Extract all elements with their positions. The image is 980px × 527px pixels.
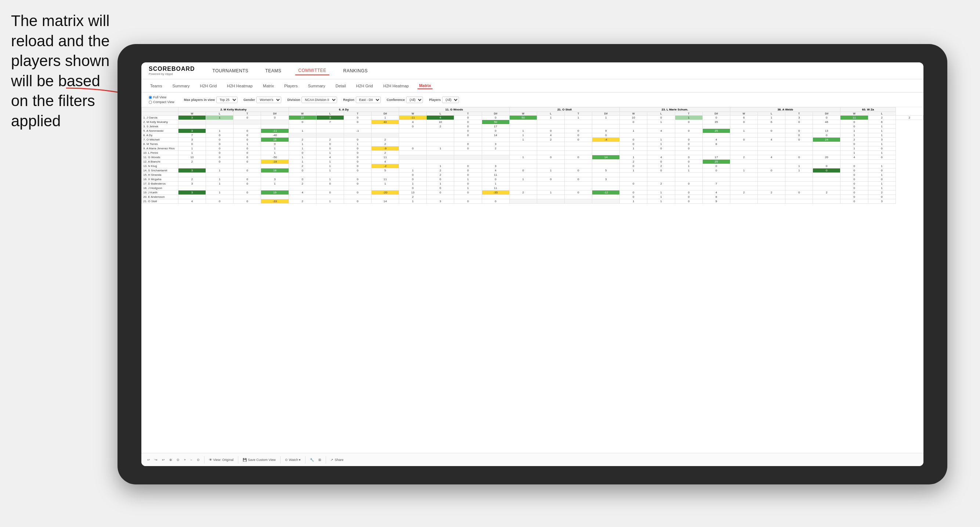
- player-name: 2. M Kelly Mulcahy: [142, 120, 178, 124]
- subnav-matrix2[interactable]: Matrix: [417, 83, 432, 89]
- subnav-h2h-grid2[interactable]: H2H Grid: [355, 83, 374, 89]
- share-label: Share: [334, 458, 343, 462]
- nav-teams[interactable]: TEAMS: [262, 67, 285, 75]
- conference-select[interactable]: (All): [406, 97, 423, 103]
- logo-area: SCOREBOARD Powered by clippd: [149, 66, 195, 76]
- grid-button[interactable]: ⊞: [318, 458, 321, 462]
- subnav-h2h-grid[interactable]: H2H Grid: [198, 83, 218, 89]
- logo-sub: Powered by clippd: [149, 72, 195, 76]
- sh-d3: Dif: [482, 112, 509, 116]
- save-custom-view-button[interactable]: 💾 Save Custom View: [243, 458, 276, 462]
- table-row: 18. J Hodgson 00111 01: [142, 186, 923, 190]
- player-name: 8. M Torres: [142, 142, 178, 146]
- view-original-button[interactable]: 👁 View: Original: [209, 458, 234, 462]
- sh-w7: W: [840, 112, 868, 116]
- sh-w2: W: [289, 112, 316, 116]
- zoom-out-button[interactable]: ⊙: [177, 458, 180, 462]
- subnav-h2h-heatmap[interactable]: H2H Heatmap: [226, 83, 254, 89]
- sh-w5: W: [620, 112, 648, 116]
- player-name: 11. G Woods: [142, 155, 178, 160]
- subnav-detail[interactable]: Detail: [334, 83, 347, 89]
- subnav-summary[interactable]: Summary: [171, 83, 191, 89]
- redo-button[interactable]: ↪: [154, 458, 158, 462]
- zoom-in-button[interactable]: +: [184, 458, 186, 462]
- share-button[interactable]: ↗ Share: [331, 458, 343, 462]
- players-label: Players: [429, 98, 441, 102]
- division-label: Division: [287, 98, 300, 102]
- share-icon: ↗: [331, 458, 333, 462]
- player-name: 17. D Ballesteros: [142, 182, 178, 186]
- col-header-mulcahy: 2. M Kelly Mulcahy: [178, 108, 289, 112]
- compact-view-radio[interactable]: Compact View: [149, 100, 174, 104]
- table-row: 16. X Mcgaha 2103 01011 0010 1003 00: [142, 177, 923, 182]
- gender-select[interactable]: Women's: [256, 97, 281, 103]
- sh-d2: Dif: [371, 112, 399, 116]
- division-select[interactable]: NCAA Division II: [301, 97, 337, 103]
- tablet-screen: SCOREBOARD Powered by clippd TOURNAMENTS…: [142, 62, 923, 466]
- tools-button[interactable]: 🔧: [310, 458, 314, 462]
- subnav-players[interactable]: Players: [283, 83, 299, 89]
- nav-tournaments[interactable]: TOURNAMENTS: [210, 67, 251, 75]
- table-row: 3. S Jelinek 02017 01: [142, 124, 923, 129]
- save-custom-label: Save Custom View: [248, 458, 276, 462]
- player-name: 10. L Perini: [142, 151, 178, 155]
- view-icon: 👁: [209, 458, 212, 462]
- region-select[interactable]: East - DII: [356, 97, 381, 103]
- settings-button[interactable]: ⊙: [197, 458, 200, 462]
- table-row: 19. J Karth 31019 400-20 1300-35 210-12 …: [142, 190, 923, 195]
- filter-players: Players (All): [429, 97, 459, 103]
- sh-l5: L: [648, 112, 675, 116]
- table-row: 5. A Nomrowski 310-11 1-1 00 1009 14025 …: [142, 129, 923, 133]
- subnav-teams[interactable]: Teams: [149, 83, 163, 89]
- players-select[interactable]: (All): [442, 97, 459, 103]
- player-name: 1. J Garcia: [142, 116, 178, 120]
- player-name: 9. A Maria Jimenez Rios: [142, 146, 178, 151]
- tablet-frame: SCOREBOARD Powered by clippd TOURNAMENTS…: [118, 44, 947, 484]
- sh-w3: W: [399, 112, 427, 116]
- player-name: 12. A Bianchi: [142, 160, 178, 164]
- subnav-matrix[interactable]: Matrix: [261, 83, 275, 89]
- matrix-table: 2. M Kelly Mulcahy 6. A Dy 11. G Woods 2…: [142, 107, 923, 204]
- filter-region: Region East - DII: [343, 97, 381, 103]
- sh-d5: Dif: [702, 112, 730, 116]
- col-header-stoll: 21. O Stoll: [509, 108, 620, 112]
- table-row: 15. H Stranda 02011 01: [142, 173, 923, 177]
- region-label: Region: [343, 98, 354, 102]
- full-view-radio[interactable]: Full View: [149, 95, 174, 99]
- col-header-woods: 11. G Woods: [399, 108, 510, 112]
- sh-d1: Dif: [261, 112, 289, 116]
- refresh-button[interactable]: ⊕: [169, 458, 172, 462]
- subnav-summary2[interactable]: Summary: [307, 83, 327, 89]
- toolbar-sep-5: [326, 456, 326, 464]
- col-header-webb: 38. A Webb: [730, 108, 840, 112]
- table-row: 17. D Ballesteros 3101 2001 1101 0207 01: [142, 182, 923, 186]
- table-row: 12. A Bianchi 200-18 1104 20025: [142, 160, 923, 164]
- watch-button[interactable]: ⊙ Watch ▾: [285, 458, 301, 462]
- player-name: 3. S Jelinek: [142, 124, 178, 129]
- table-row: 21. O Stoll 400-33 21014 1300 1109 03: [142, 199, 923, 204]
- col-header-dy: 6. A Dy: [289, 108, 399, 112]
- undo-button[interactable]: ↩: [147, 458, 150, 462]
- table-row: 14. S Srichantamit 31018 0105 1204 0105 …: [142, 168, 923, 173]
- player-name: 15. H Stranda: [142, 173, 178, 177]
- nav-committee[interactable]: COMMITTEE: [295, 67, 329, 75]
- back-button[interactable]: ↩: [162, 458, 165, 462]
- filter-conference: Conference (All): [387, 97, 423, 103]
- zoom-reset-button[interactable]: −: [190, 458, 192, 462]
- nav-rankings[interactable]: RANKINGS: [340, 67, 371, 75]
- sh-t5: T: [675, 112, 702, 116]
- table-row: 13. N Klug 210-2 103 0210 10 01: [142, 164, 923, 168]
- stat-header-name: [142, 112, 178, 116]
- sh-l1: L: [206, 112, 234, 116]
- top-nav: SCOREBOARD Powered by clippd TOURNAMENTS…: [142, 62, 923, 79]
- player-name: 5. A Nomrowski: [142, 129, 178, 133]
- matrix-content[interactable]: 2. M Kelly Mulcahy 6. A Dy 11. G Woods 2…: [142, 107, 923, 453]
- player-name: 14. S Srichantamit: [142, 168, 178, 173]
- toolbar-sep-4: [305, 456, 305, 464]
- max-players-select[interactable]: Top 25: [216, 97, 237, 103]
- sh-l3: L: [427, 112, 454, 116]
- col-header-name: [142, 108, 178, 112]
- sh-l2: L: [316, 112, 344, 116]
- sub-nav: Teams Summary H2H Grid H2H Heatmap Matri…: [142, 79, 923, 92]
- subnav-h2h-heatmap2[interactable]: H2H Heatmap: [382, 83, 410, 89]
